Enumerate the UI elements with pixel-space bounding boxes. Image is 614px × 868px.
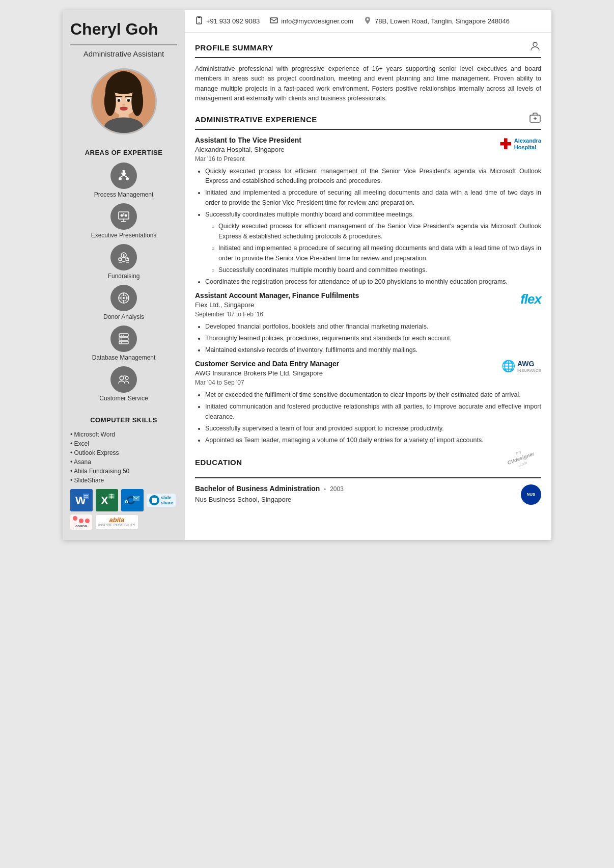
expertise-presentation: Executive Presentations — [91, 203, 157, 239]
expertise-label-database: Database Management — [92, 354, 156, 361]
abila-name: abila — [109, 517, 125, 523]
skill-outlook: Outlook Express — [70, 448, 177, 457]
job3-info: Customer Service and Data Entry Manager … — [195, 360, 339, 377]
education-heading: EDUCATION — [195, 458, 242, 467]
asana-dots — [73, 516, 90, 523]
svg-point-37 — [123, 297, 125, 299]
svg-point-74 — [533, 42, 537, 46]
svg-point-26 — [125, 214, 127, 217]
sidebar: Cheryl Goh Administrative Assistant — [63, 10, 185, 540]
expertise-database: Database Management — [92, 326, 156, 361]
email-icon — [270, 16, 278, 26]
svg-point-73 — [367, 18, 369, 20]
expertise-fundraising: $ Fundraising — [108, 244, 140, 280]
job3-bullet-2: Initiated communication and fostered pro… — [205, 402, 541, 422]
job2-company: Flex Ltd., Singapore — [195, 301, 359, 309]
skill-list: Microsoft Word Excel Outlook Express Asa… — [70, 430, 177, 485]
education-header: EDUCATION my CVdesigner .com — [195, 450, 541, 478]
svg-point-65 — [128, 498, 133, 503]
job1-sub-bullets: Quickly executed process for efficient m… — [205, 222, 541, 275]
svg-point-5 — [107, 75, 141, 94]
expertise-process: Process Management — [94, 162, 154, 198]
svg-text:X: X — [101, 494, 108, 507]
expertise-label-service: Customer Service — [99, 395, 148, 402]
donor-icon — [110, 285, 137, 311]
svg-point-15 — [119, 177, 122, 180]
fundraising-icon: $ — [110, 244, 137, 270]
phone-number: +91 933 092 9083 — [206, 17, 260, 25]
svg-rect-70 — [198, 17, 201, 18]
job1-sub-2: Initiated and implemented a procedure of… — [211, 243, 541, 263]
job3-bullets: Met or exceeded the fulfilment of time s… — [195, 390, 541, 446]
education-details: Bachelor of Business Administration • 20… — [195, 484, 541, 505]
svg-text:$: $ — [123, 254, 125, 258]
abila-logo: abila INSPIRE POSSIBILITY — [95, 514, 138, 529]
main-content: +91 933 092 9083 info@mycvdesigner.com — [185, 10, 551, 540]
svg-point-25 — [121, 214, 123, 217]
job1-meta: Assistant to The Vice President Alexandr… — [195, 136, 541, 153]
microsoft-word-logo: W — [70, 489, 93, 511]
address-contact: 78B, Lowen Road, Tanglin, Singapore 2480… — [364, 16, 510, 26]
svg-point-46 — [123, 335, 124, 336]
skill-slideshare: SlideShare — [70, 476, 177, 485]
svg-rect-53 — [83, 494, 89, 499]
slideshare-icon — [149, 495, 159, 505]
expertise-heading: AREAS OF EXPERTISE — [85, 149, 163, 156]
svg-point-71 — [199, 22, 200, 23]
svg-point-47 — [121, 339, 122, 340]
alexandra-hospital-logo: ✚ Alexandra Hospital — [499, 136, 541, 153]
svg-rect-44 — [119, 341, 128, 344]
experience-icon — [529, 112, 541, 127]
svg-point-45 — [121, 335, 122, 336]
job1-title: Assistant to The Vice President — [195, 136, 301, 144]
job2-title: Assistant Account Manager, Finance Fulfi… — [195, 291, 359, 300]
location-icon — [364, 16, 372, 26]
svg-point-10 — [118, 99, 121, 102]
skill-abila: Abila Fundraising 50 — [70, 467, 177, 476]
slideshare-logo: slideshare — [147, 494, 176, 507]
svg-rect-72 — [270, 18, 277, 23]
expertise-label-donor: Donor Analysis — [103, 313, 144, 320]
svg-point-12 — [122, 104, 125, 106]
job2-bullet-2: Thoroughly learned policies, procedures,… — [205, 334, 541, 343]
svg-line-18 — [124, 175, 127, 177]
job1-bullet-2: Initiated and implemented a procedure of… — [205, 188, 541, 208]
slideshare-text: slideshare — [161, 495, 173, 505]
job1-company: Alexandra Hospital, Singapore — [195, 146, 301, 153]
job1-dates: Mar '16 to Present — [195, 155, 541, 162]
address-text: 78B, Lowen Road, Tanglin, Singapore 2480… — [375, 17, 510, 25]
education-info: Bachelor of Business Administration • 20… — [195, 484, 344, 503]
resume-wrapper: Cheryl Goh Administrative Assistant — [63, 10, 551, 540]
expertise-label-fundraising: Fundraising — [108, 273, 140, 280]
awg-logo: 🌐 AWG INSURANCE — [501, 360, 541, 373]
job3-title: Customer Service and Data Entry Manager — [195, 360, 339, 368]
svg-rect-43 — [119, 338, 128, 340]
asana-dot-top — [73, 516, 77, 521]
candidate-title: Administrative Assistant — [83, 49, 164, 58]
nus-seal: NUS — [521, 484, 541, 505]
contact-bar: +91 933 092 9083 info@mycvdesigner.com — [185, 10, 551, 33]
computer-skills-section: COMPUTER SKILLS Microsoft Word Excel Out… — [70, 412, 177, 530]
microsoft-excel-logo: X — [96, 489, 118, 511]
expertise-label-process: Process Management — [94, 191, 154, 198]
nus-logo: NUS — [521, 484, 541, 505]
job3-dates: Mar '04 to Sep '07 — [195, 379, 541, 386]
cross-icon: ✚ — [499, 136, 511, 153]
asana-logo: asana — [70, 514, 92, 530]
svg-point-48 — [121, 342, 122, 343]
job1-info: Assistant to The Vice President Alexandr… — [195, 136, 301, 153]
skill-word: Microsoft Word — [70, 430, 177, 439]
phone-contact: +91 933 092 9083 — [195, 16, 260, 26]
candidate-name: Cheryl Goh — [70, 20, 177, 38]
email-address: info@mycvdesigner.com — [281, 17, 353, 25]
software-logos: W X — [70, 489, 177, 530]
svg-point-16 — [126, 177, 129, 180]
email-contact: info@mycvdesigner.com — [270, 16, 353, 26]
mycvdesigner-watermark: my CVdesigner .com — [500, 450, 541, 475]
microsoft-outlook-logo: o — [121, 489, 144, 511]
computer-skills-heading: COMPUTER SKILLS — [70, 416, 177, 424]
awg-globe-icon: 🌐 — [501, 360, 515, 373]
job1-sub-1: Quickly executed process for efficient m… — [211, 222, 541, 241]
skill-excel: Excel — [70, 439, 177, 448]
flex-logo: flex — [520, 291, 541, 307]
